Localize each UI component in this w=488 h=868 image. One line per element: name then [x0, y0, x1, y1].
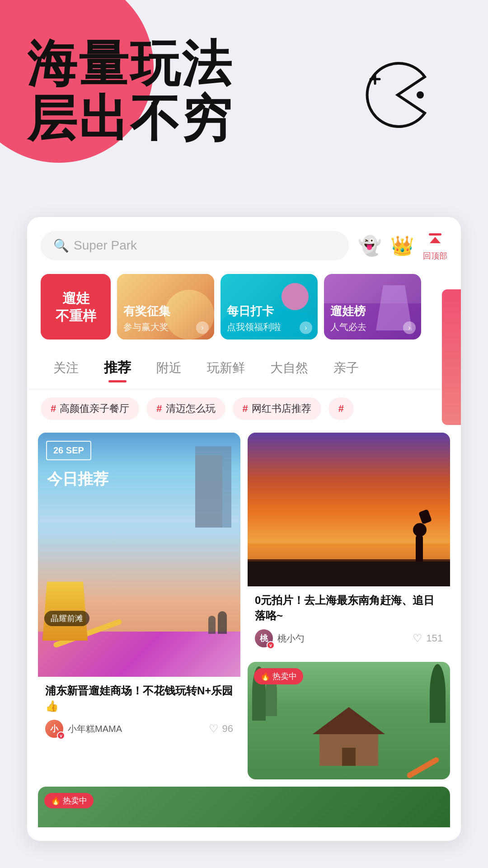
location-badge: 晶耀前滩: [44, 611, 89, 626]
banner-purple-arrow[interactable]: ›: [403, 321, 416, 334]
card-left-author-name: 小年糕MAMA: [68, 723, 122, 735]
card-right-top-author: 桃 v 桃小勺: [255, 629, 305, 647]
banner-photo-subtitle: 参与赢大奖: [123, 321, 208, 333]
card-right-top-info: 0元拍片！去上海最东南角赶海、追日落咯~ 桃 v 桃小勺 ♡ 151: [248, 586, 450, 655]
tabs-row: 关注 推荐 附近 玩新鲜 大自然 亲子: [27, 349, 461, 389]
today-label: 今日推荐: [47, 469, 108, 490]
cabin-body: [319, 734, 378, 766]
card-right-bottom-image: 🔥 热卖中: [248, 662, 450, 779]
banner-photo-arrow[interactable]: ›: [196, 321, 209, 334]
card-right-top-image: [248, 433, 450, 586]
banner-photo-overlay: 有奖征集 参与赢大奖: [123, 304, 208, 333]
content-col-left: 26 SEP 今日推荐 晶耀前滩 浦东新晋遛娃商场！不花钱玩转N+乐园 👍: [38, 433, 240, 779]
banner-purple-subtitle: 人气必去: [330, 321, 415, 333]
hot-badge: 🔥 热卖中: [254, 668, 303, 684]
svg-marker-4: [430, 237, 441, 243]
search-input[interactable]: 🔍 Super Park: [41, 231, 349, 260]
tag-bookstore[interactable]: # 网红书店推荐: [233, 397, 321, 420]
banner-purple-title: 遛娃榜: [330, 304, 415, 319]
date-label: 26 SEP: [46, 441, 91, 460]
banner-blue-overlay: 每日打卡 点我领福利啦: [227, 304, 311, 333]
banner-blue-arrow[interactable]: ›: [300, 321, 312, 334]
back-top-label: 回顶部: [423, 250, 447, 261]
verified-badge-right: v: [267, 641, 275, 649]
tab-follow[interactable]: 关注: [41, 354, 91, 382]
app-card: 🔍 Super Park 👻 👑 回顶部 遛娃不重样: [27, 217, 461, 841]
tab-recommend[interactable]: 推荐: [91, 353, 144, 382]
ghost-icon-item[interactable]: 👻: [358, 235, 381, 257]
heart-icon-left: ♡: [209, 722, 219, 735]
date-month: 26 SEP: [53, 445, 84, 456]
banner-card-blue[interactable]: 每日打卡 点我领福利啦 ›: [221, 274, 318, 340]
cabin-roof: [313, 707, 385, 734]
card-left-image: 26 SEP 今日推荐 晶耀前滩: [38, 433, 240, 677]
banner-photo-title: 有奖征集: [123, 304, 208, 319]
pacman-icon: [361, 59, 434, 131]
card-left-title: 浦东新晋遛娃商场！不花钱玩转N+乐园 👍: [45, 683, 233, 713]
cabin-house: [313, 707, 385, 766]
banner-card-photo[interactable]: 有奖征集 参与赢大奖 ›: [117, 274, 214, 340]
tag-hash-icon: #: [51, 403, 56, 415]
card-right-bottom[interactable]: 🔥 热卖中: [248, 662, 450, 779]
banner-card-red[interactable]: 遛娃不重样: [41, 274, 111, 340]
tab-family[interactable]: 亲子: [321, 354, 371, 382]
banner-blue-title: 每日打卡: [227, 304, 311, 319]
card-right-top-like-count: 151: [426, 632, 443, 644]
hero-line1: 海量玩法: [27, 36, 233, 91]
tag-hash-icon3: #: [243, 403, 248, 415]
crown-icon-item[interactable]: 👑: [390, 235, 414, 257]
tag-hash-icon2: #: [156, 403, 162, 415]
right-accent-strip: [442, 289, 461, 425]
card-right-top-avatar: 桃 v: [255, 629, 273, 647]
svg-point-0: [417, 91, 424, 99]
card-left-like-count: 96: [222, 723, 233, 735]
card-left-likes: ♡ 96: [209, 722, 233, 735]
tag-restaurant[interactable]: # 高颜值亲子餐厅: [41, 397, 139, 420]
tab-nearby[interactable]: 附近: [144, 354, 194, 382]
ghost-emoji: 👻: [358, 235, 381, 257]
tags-row: # 高颜值亲子餐厅 # 清迈怎么玩 # 网红书店推荐 #: [27, 389, 461, 426]
today-text: 今日推荐: [47, 470, 108, 487]
back-top-icon: [425, 230, 445, 250]
verified-badge: v: [57, 731, 65, 740]
left-card-bg: 26 SEP 今日推荐 晶耀前滩: [38, 433, 240, 677]
right-top-bg: [248, 433, 450, 586]
content-col-right: 0元拍片！去上海最东南角赶海、追日落咯~ 桃 v 桃小勺 ♡ 151: [248, 433, 450, 779]
search-icon: 🔍: [53, 238, 69, 253]
crown-emoji: 👑: [390, 235, 414, 257]
svg-rect-3: [429, 233, 441, 236]
hero-line2: 层出不穷: [27, 91, 233, 146]
tag-chiangmai-text: 清迈怎么玩: [166, 402, 216, 415]
tag-hash-icon4: #: [338, 403, 344, 415]
search-placeholder: Super Park: [74, 238, 137, 253]
card-right-top[interactable]: 0元拍片！去上海最东南角赶海、追日落咯~ 桃 v 桃小勺 ♡ 151: [248, 433, 450, 655]
search-bar-row: 🔍 Super Park 👻 👑 回顶部: [27, 217, 461, 269]
hero-text-block: 海量玩法 层出不穷: [27, 36, 233, 146]
card-left-info: 浦东新晋遛娃商场！不花钱玩转N+乐园 👍 小 v 小年糕MAMA ♡ 96: [38, 677, 240, 745]
card-left-avatar: 小 v: [45, 720, 63, 738]
card-left-author: 小 v 小年糕MAMA: [45, 720, 122, 738]
card-left-main[interactable]: 26 SEP 今日推荐 晶耀前滩 浦东新晋遛娃商场！不花钱玩转N+乐园 👍: [38, 433, 240, 745]
card-left-footer: 小 v 小年糕MAMA ♡ 96: [45, 720, 233, 738]
tab-nature[interactable]: 大自然: [258, 354, 321, 382]
tab-fresh[interactable]: 玩新鲜: [194, 354, 258, 382]
bottom-teaser-bg: [38, 787, 450, 827]
tag-chiangmai[interactable]: # 清迈怎么玩: [146, 397, 225, 420]
banner-purple-overlay: 遛娃榜 人气必去: [330, 304, 415, 333]
card-right-top-author-name: 桃小勺: [277, 632, 305, 645]
banner-blue-subtitle: 点我领福利啦: [227, 321, 311, 333]
bottom-teaser-card[interactable]: 🔥 热卖中: [38, 787, 450, 827]
sunset-ground: [248, 559, 450, 586]
teaser-hot-badge: 🔥 热卖中: [44, 793, 94, 808]
card-right-top-likes: ♡ 151: [413, 632, 443, 645]
banner-row: 遛娃不重样 有奖征集 参与赢大奖 › 每日打卡 点我领福利啦 ›: [27, 269, 461, 349]
banner-red-label: 遛娃不重样: [56, 289, 96, 325]
tag-more[interactable]: #: [328, 397, 354, 420]
back-top-button[interactable]: 回顶部: [423, 230, 447, 261]
tag-bookstore-text: 网红书店推荐: [252, 402, 311, 415]
hero-section: 海量玩法 层出不穷: [0, 0, 488, 217]
content-grid: 26 SEP 今日推荐 晶耀前滩 浦东新晋遛娃商场！不花钱玩转N+乐园 👍: [27, 426, 461, 779]
banner-card-purple[interactable]: 遛娃榜 人气必去 ›: [324, 274, 421, 340]
card-right-top-footer: 桃 v 桃小勺 ♡ 151: [255, 629, 443, 647]
card-right-top-title: 0元拍片！去上海最东南角赶海、追日落咯~: [255, 593, 443, 623]
